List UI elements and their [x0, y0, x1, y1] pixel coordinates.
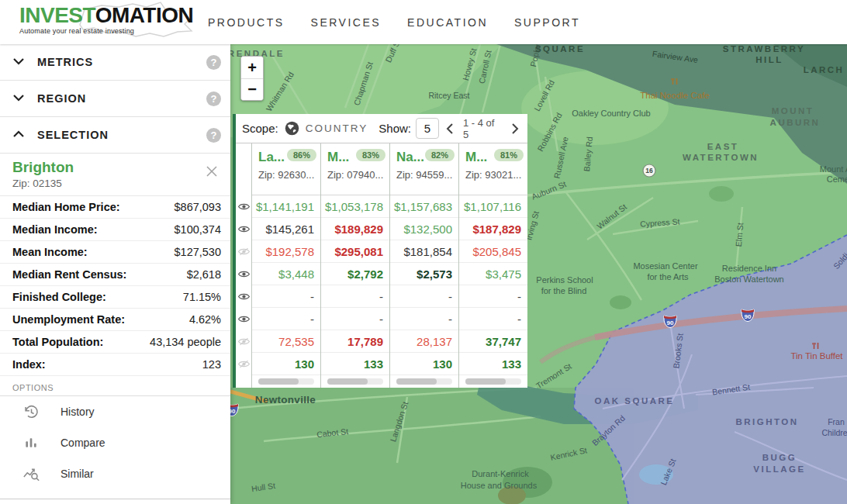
table-cell: $1,107,116: [459, 195, 527, 218]
option-similar[interactable]: Similar: [0, 458, 230, 489]
comparison-column: Na...82%Zip: 94559...$1,157,683$132,500$…: [389, 143, 458, 388]
section-header-metrics[interactable]: METRICS?: [0, 44, 230, 81]
table-cell: $295,081: [321, 240, 389, 263]
map-label: Mount Au: [820, 164, 847, 174]
nav-item-products[interactable]: PRODUCTS: [208, 16, 285, 29]
table-cell: $3,448: [252, 263, 320, 285]
comparison-panel: Scope: COUNTRY Show: 1 - 4 of 5 La...86%…: [233, 114, 527, 388]
metric-label: Total Population:: [12, 336, 103, 348]
column-zip: Zip: 07940...: [327, 169, 385, 181]
column-header: Na...82%Zip: 94559...: [390, 143, 458, 195]
nav-item-education[interactable]: EDUCATION: [407, 16, 488, 29]
metric-row: Median Rent Census:$2,618: [0, 264, 230, 286]
table-cell: $192,578: [252, 240, 320, 263]
column-scrollbar: [252, 375, 320, 388]
option-label: Similar: [60, 468, 94, 480]
map-label: MOUNT: [772, 106, 814, 116]
map-canvas[interactable]: 90909016 RRENDALEWhitman RdDuff StChapma…: [230, 44, 847, 504]
table-cell: $1,157,683: [390, 195, 458, 218]
map-label: Boston Watertown: [714, 274, 783, 284]
column-zip: Zip: 94559...: [396, 169, 454, 181]
compare-icon: [22, 435, 40, 450]
help-icon[interactable]: ?: [206, 91, 221, 106]
scope-value[interactable]: COUNTRY: [306, 123, 368, 134]
table-cell: 37,747: [459, 330, 527, 353]
show-count-input[interactable]: [416, 118, 439, 139]
map-label: House and Grounds: [461, 481, 538, 490]
column-scrollbar: [459, 375, 527, 388]
nav-item-support[interactable]: SUPPORT: [514, 16, 580, 29]
section-header-region[interactable]: REGION?: [0, 81, 230, 117]
scrollbar-thumb[interactable]: [465, 378, 506, 385]
help-icon[interactable]: ?: [206, 128, 221, 143]
column-zip: Zip: 92630...: [258, 169, 316, 181]
metric-label: Unemployment Rate:: [12, 313, 125, 326]
table-cell: $2,792: [321, 263, 389, 285]
scrollbar-thumb[interactable]: [327, 378, 368, 385]
scrollbar-thumb[interactable]: [258, 378, 299, 385]
comparison-columns: La...86%Zip: 92630...$1,141,191$145,261$…: [251, 143, 527, 388]
metric-value: 71.15%: [183, 291, 221, 303]
table-cell: -: [459, 285, 527, 308]
section-label: METRICS: [37, 56, 93, 68]
page-next-button[interactable]: [509, 123, 521, 135]
table-cell: -: [252, 308, 320, 330]
table-cell: 17,789: [321, 330, 389, 353]
sidebar: METRICS?REGION?SELECTION? Brighton Zip: …: [0, 44, 230, 504]
eye-icon[interactable]: [236, 308, 251, 330]
zoom-out-button[interactable]: −: [241, 78, 263, 100]
map-label: BUGG: [762, 453, 797, 462]
eye-icon[interactable]: [236, 285, 251, 308]
scrollbar-thumb[interactable]: [396, 378, 437, 385]
comparison-column: La...86%Zip: 92630...$1,141,191$145,261$…: [251, 143, 320, 388]
option-compare[interactable]: Compare: [0, 427, 230, 458]
table-cell: 72,535: [252, 330, 320, 353]
eye-slash-icon[interactable]: [236, 353, 251, 375]
selection-zip: Zip: 02135: [12, 178, 218, 189]
scrollbar-track[interactable]: [396, 378, 452, 385]
table-cell: 133: [321, 353, 389, 375]
column-scrollbar: [390, 375, 458, 388]
eye-icon[interactable]: [236, 218, 251, 240]
scrollbar-track[interactable]: [327, 378, 383, 385]
nav-item-services[interactable]: SERVICES: [311, 16, 382, 29]
brand-logo[interactable]: INVESTOMATION Automate your real estate …: [19, 2, 193, 33]
map-label: Newtonville: [255, 394, 316, 406]
globe-icon[interactable]: [285, 121, 299, 136]
scope-bar: Scope: COUNTRY Show: 1 - 4 of 5: [236, 114, 527, 143]
page-prev-button[interactable]: [444, 123, 456, 135]
metrics-list: Median Home Price:$867,093Median Income:…: [0, 195, 230, 376]
table-cell: $1,141,191: [252, 195, 320, 218]
eye-icon[interactable]: [236, 263, 251, 285]
table-cell: -: [390, 308, 458, 330]
section-header-selection[interactable]: SELECTION?: [0, 117, 230, 154]
row-visibility-column: [236, 143, 251, 388]
table-cell: 28,137: [390, 330, 458, 353]
section-label: REGION: [37, 92, 86, 105]
metric-value: $867,093: [175, 201, 221, 213]
map-label: EAST: [707, 142, 739, 151]
metric-label: Median Rent Census:: [12, 268, 126, 281]
table-cell: 130: [252, 353, 320, 375]
match-percent-badge: 83%: [356, 149, 385, 161]
close-icon[interactable]: [206, 165, 218, 181]
zoom-in-button[interactable]: +: [241, 57, 263, 78]
eye-icon[interactable]: [236, 195, 251, 218]
metric-row: Unemployment Rate:4.62%: [0, 309, 230, 331]
table-cell: -: [321, 285, 389, 308]
similar-icon: [22, 466, 40, 482]
scrollbar-track[interactable]: [258, 378, 314, 385]
eye-slash-icon[interactable]: [236, 240, 251, 263]
scrollbar-track[interactable]: [465, 378, 521, 385]
metric-row: Mean Income:$127,530: [0, 241, 230, 264]
options-list: HistoryCompareSimilar: [0, 396, 230, 489]
metric-value: 123: [202, 358, 221, 371]
eye-slash-icon[interactable]: [236, 330, 251, 353]
svg-text:90: 90: [745, 313, 752, 320]
table-cell: -: [459, 308, 527, 330]
help-icon[interactable]: ?: [206, 55, 221, 70]
main-nav: PRODUCTSSERVICESEDUCATIONSUPPORT: [208, 0, 580, 44]
option-history[interactable]: History: [0, 396, 230, 427]
brand-tagline: Automate your real estate investing: [19, 27, 193, 35]
metric-row: Median Home Price:$867,093: [0, 196, 230, 219]
